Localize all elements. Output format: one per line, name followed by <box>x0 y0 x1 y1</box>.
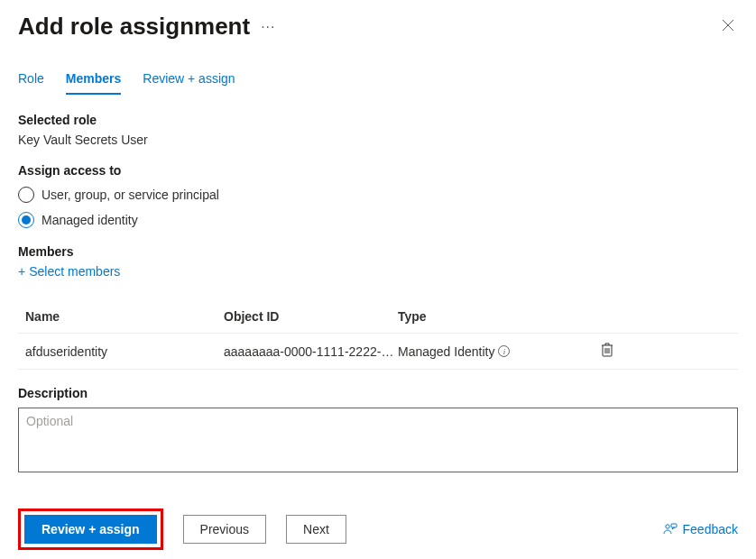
radio-label: User, group, or service principal <box>41 188 219 202</box>
radio-user-group-principal[interactable]: User, group, or service principal <box>18 187 738 203</box>
svg-rect-1 <box>671 524 677 527</box>
col-header-name[interactable]: Name <box>25 309 224 324</box>
close-button[interactable] <box>718 15 738 38</box>
svg-point-0 <box>665 525 668 528</box>
highlight-review-assign: Review + assign <box>18 509 163 550</box>
review-assign-button[interactable]: Review + assign <box>24 515 157 544</box>
feedback-link[interactable]: Feedback <box>663 522 738 536</box>
plus-icon: + <box>18 264 25 279</box>
radio-icon <box>18 187 34 203</box>
more-icon[interactable]: ··· <box>261 19 275 35</box>
previous-button[interactable]: Previous <box>183 515 266 544</box>
trash-icon <box>601 343 613 357</box>
select-members-label: Select members <box>29 264 120 279</box>
member-objectid: aaaaaaaa-0000-1111-2222-bb... <box>224 344 398 359</box>
col-header-type[interactable]: Type <box>398 309 565 324</box>
tab-role[interactable]: Role <box>18 71 44 95</box>
delete-member-button[interactable] <box>601 343 613 360</box>
assign-access-label: Assign access to <box>18 163 738 178</box>
tabs: Role Members Review + assign <box>0 50 756 95</box>
description-label: Description <box>18 386 738 400</box>
member-name: afduseridentity <box>25 344 224 359</box>
table-row: afduseridentity aaaaaaaa-0000-1111-2222-… <box>18 334 738 370</box>
members-label: Members <box>18 244 738 259</box>
close-icon <box>722 19 734 32</box>
select-members-link[interactable]: + Select members <box>18 264 738 279</box>
radio-label: Managed identity <box>41 213 138 227</box>
radio-icon <box>18 212 34 228</box>
description-input[interactable] <box>19 408 737 472</box>
col-header-objectid[interactable]: Object ID <box>224 309 398 324</box>
members-table: Name Object ID Type afduseridentity aaaa… <box>18 300 738 370</box>
tab-review-assign[interactable]: Review + assign <box>143 71 235 95</box>
next-button[interactable]: Next <box>286 515 346 544</box>
selected-role-value: Key Vault Secrets User <box>18 133 738 147</box>
tab-members[interactable]: Members <box>66 71 121 95</box>
member-type: Managed Identity <box>398 344 494 359</box>
selected-role-label: Selected role <box>18 113 738 127</box>
table-header: Name Object ID Type <box>18 300 738 334</box>
radio-managed-identity[interactable]: Managed identity <box>18 212 738 228</box>
feedback-icon <box>663 523 678 536</box>
page-title: Add role assignment <box>18 13 250 41</box>
info-icon[interactable]: i <box>498 345 510 357</box>
feedback-label: Feedback <box>683 522 738 536</box>
